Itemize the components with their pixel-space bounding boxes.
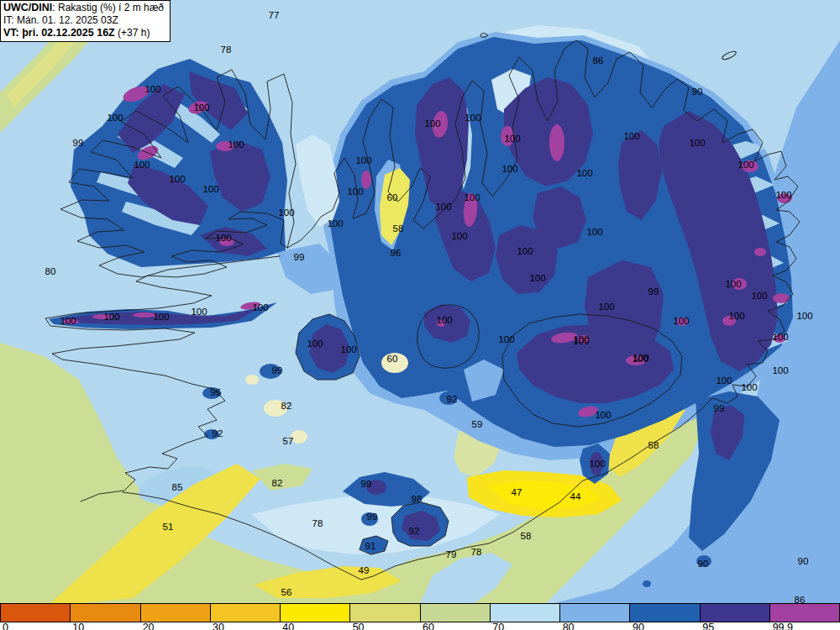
colorbar-ticks: 01020304050607080909599.9 [0,622,840,630]
colorbar-segment [701,604,770,622]
colorbar-segment [421,604,491,622]
colorbar-segment [141,604,211,622]
colorbar-segment [1,604,71,622]
colorbar-segment [211,604,281,622]
title-box: UWC/DINI: Rakastig (%) í 2 m hæð IT: Mán… [0,0,171,42]
colorbar-tick: 70 [492,622,504,630]
weather-map-page: 7778869010010010099100100100100100100100… [0,0,840,630]
colorbar-tick: 40 [282,622,294,630]
colorbar-segment [281,604,350,622]
colorbar-tick: 30 [213,622,224,630]
model-name: UWC/DINI [3,2,52,13]
colorbar-segment [560,604,630,622]
valid-time: VT: þri. 02.12.2025 16Z [3,27,115,39]
colorbar-tick: 80 [563,622,575,630]
colorbar-segment [630,604,700,622]
colorbar-tick: 95 [702,622,714,630]
colorbar-tick: 10 [72,622,84,630]
colorbar-segments [0,603,840,622]
title-line-valid: VT: þri. 02.12.2025 16Z (+37 h) [3,27,164,39]
colorbar-tick: 20 [143,622,155,630]
colorbar-segment [491,604,560,622]
parameter-name: : Rakastig (%) í 2 m hæð [52,2,164,13]
colorbar-tick: 90 [633,622,644,630]
colorbar-tick: 99.9 [773,622,793,630]
colorbar-segment [770,604,839,622]
valid-offset: (+37 h) [115,27,150,39]
title-line-init: IT: Mán. 01. 12. 2025 03Z [3,14,164,27]
colorbar-tick: 0 [3,622,8,630]
colorbar-segment [71,604,140,622]
title-line-model: UWC/DINI: Rakastig (%) í 2 m hæð [3,2,164,14]
colorbar-tick: 50 [353,622,365,630]
colorbar-tick: 60 [423,622,434,630]
map-canvas [0,0,840,603]
colorbar: 01020304050607080909599.9 [0,603,840,630]
colorbar-segment [350,604,420,622]
